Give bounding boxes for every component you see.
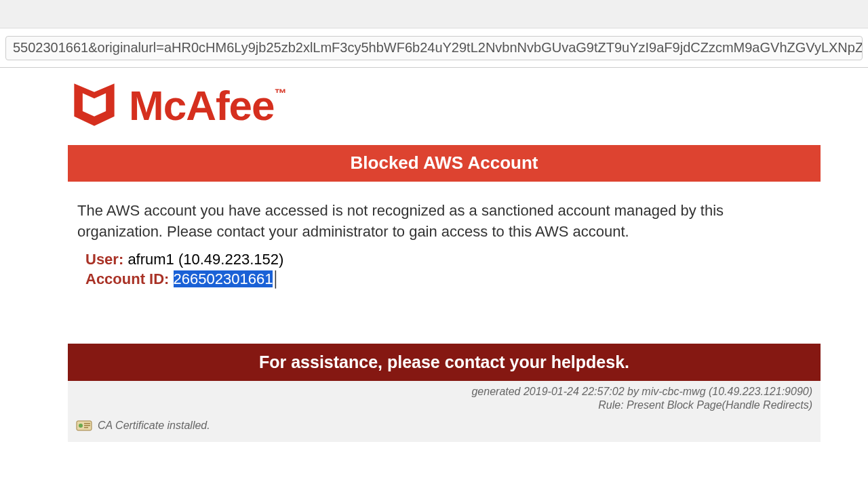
page-title-bar: Blocked AWS Account xyxy=(68,145,821,182)
user-label: User: xyxy=(85,251,123,268)
svg-rect-4 xyxy=(84,427,88,428)
block-page-content: McAfee™ Blocked AWS Account The AWS acco… xyxy=(68,77,821,442)
footer-ca-row: CA Certificate installed. xyxy=(68,415,821,442)
svg-point-1 xyxy=(79,424,83,428)
account-id-value[interactable]: 266502301661 xyxy=(174,270,273,287)
account-id-label: Account ID: xyxy=(85,270,169,287)
user-row: User: afrum1 (10.49.223.152) xyxy=(85,249,821,270)
url-text: 5502301661&originalurl=aHR0cHM6Ly9jb25zb… xyxy=(13,40,863,56)
browser-url-bar: 5502301661&originalurl=aHR0cHM6Ly9jb25zb… xyxy=(0,28,868,68)
certificate-icon xyxy=(76,419,92,432)
svg-rect-2 xyxy=(84,423,90,424)
generated-line: generated 2019-01-24 22:57:02 by miv-cbc… xyxy=(76,385,812,399)
mcafee-shield-icon xyxy=(68,77,121,133)
svg-rect-3 xyxy=(84,425,90,426)
page-title: Blocked AWS Account xyxy=(351,152,538,173)
text-cursor-icon: │ xyxy=(271,269,281,289)
block-details: User: afrum1 (10.49.223.152) Account ID:… xyxy=(85,249,821,289)
url-input[interactable]: 5502301661&originalurl=aHR0cHM6Ly9jb25zb… xyxy=(5,36,863,60)
rule-line: Rule: Present Block Page(Handle Redirect… xyxy=(76,399,812,412)
browser-tab-strip xyxy=(0,0,868,28)
footer-meta: generated 2019-01-24 22:57:02 by miv-cbc… xyxy=(68,381,821,415)
user-value: afrum1 (10.49.223.152) xyxy=(127,251,283,268)
block-message: The AWS account you have accessed is not… xyxy=(77,201,811,243)
ca-certificate-text: CA Certificate installed. xyxy=(98,420,210,432)
brand-tm: ™ xyxy=(275,87,286,100)
account-row: Account ID: 266502301661│ xyxy=(85,269,821,289)
helpdesk-text: For assistance, please contact your help… xyxy=(259,352,629,371)
helpdesk-bar: For assistance, please contact your help… xyxy=(68,344,821,381)
brand-name-text: McAfee xyxy=(129,82,275,129)
brand-logo-row: McAfee™ xyxy=(68,77,821,133)
brand-name: McAfee™ xyxy=(129,81,286,129)
